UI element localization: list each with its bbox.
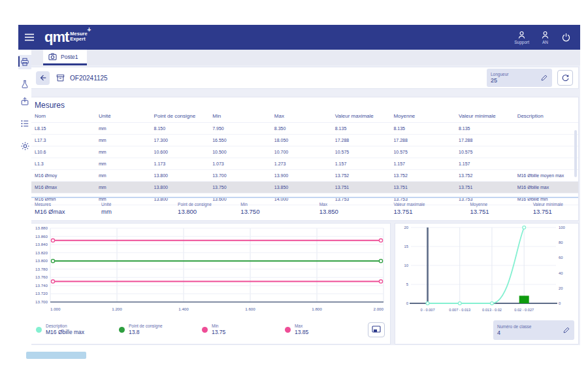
table-cell: 10.575 — [392, 146, 457, 158]
detail-field-label: Min — [240, 202, 316, 207]
svg-text:20: 20 — [559, 286, 563, 290]
legend-item: Min13.75 — [202, 324, 285, 335]
header-actions: Support AN — [514, 31, 571, 44]
display-icon — [372, 326, 381, 333]
detail-field-label: Mesures — [35, 202, 99, 207]
table-scrollbar[interactable] — [574, 130, 577, 177]
table-row[interactable]: L1.3mm1.1731.0731.2731.1571.1571.157 — [31, 158, 578, 170]
svg-text:13.720: 13.720 — [35, 291, 48, 295]
table-cell: 13.900 — [273, 170, 334, 181]
classe-field[interactable]: Numéro de classe 4 — [493, 320, 574, 340]
histogram-bar — [519, 295, 529, 303]
detail-field-value: mm — [101, 208, 175, 215]
table-row[interactable]: M16 Ømaxmm13.80013.75013.85013.75113.751… — [31, 182, 578, 193]
svg-text:13.780: 13.780 — [35, 267, 48, 271]
column-header: Valeur minimale — [457, 111, 516, 122]
longueur-value: 25 — [491, 77, 508, 84]
table-cell: M16 Øbille moyen max — [516, 170, 576, 181]
table-cell: 8.135 — [392, 123, 457, 134]
legend-label: Min — [212, 324, 225, 328]
sidebar-item-flask[interactable] — [18, 77, 31, 92]
table-cell: 13.751 — [457, 182, 516, 193]
support-button[interactable]: Support — [514, 31, 529, 44]
chart-legend: DescriptionM16 Øbille maxPoint de consig… — [36, 319, 385, 340]
sidebar-item-settings[interactable] — [18, 139, 31, 153]
user-initials: AN — [542, 40, 548, 44]
detail-field: MesuresM16 Ømax — [33, 201, 100, 216]
table-cell: M16 Ømoy — [33, 170, 97, 181]
table-row[interactable]: M16 Ømoymm13.80013.70013.90013.75213.752… — [31, 170, 578, 182]
tab-label: Poste1 — [61, 54, 78, 60]
table-cell: 1.157 — [392, 158, 457, 169]
toolbar-right: Longueur 25 — [487, 69, 573, 87]
export-icon — [20, 97, 29, 106]
back-arrow-icon — [39, 74, 47, 82]
printer-icon — [20, 58, 29, 67]
table-cell: mm — [97, 146, 153, 158]
user-person-icon — [541, 31, 549, 39]
power-button[interactable] — [561, 33, 571, 42]
table-cell: 13.700 — [211, 170, 273, 181]
control-chart-panel: 1.0001.2001.4001.6001.8002.00013.88013.8… — [30, 223, 391, 345]
table-row[interactable]: L10.6mm10.60010.50010.70010.57510.57510.… — [31, 146, 578, 158]
table-cell: 8.135 — [334, 123, 393, 134]
detail-field: Unitémm — [100, 201, 176, 216]
svg-text:0: 0 — [406, 301, 408, 305]
legend-label: Point de consigne — [129, 324, 163, 328]
hamburger-menu-icon[interactable] — [18, 33, 41, 42]
sidebar-item-list[interactable] — [18, 116, 31, 131]
measures-panel: Mesures NomUnitéPoint de consigneMinMaxV… — [30, 97, 579, 221]
legend-text: Max13.85 — [295, 324, 308, 335]
table-cell: 16.550 — [211, 135, 273, 146]
table-header: NomUnitéPoint de consigneMinMaxValeur ma… — [31, 111, 578, 123]
table-row[interactable]: L8.15mm8.1507.9508.3508.1358.1358.135 — [31, 123, 578, 135]
detail-field-value: 13.751 — [470, 208, 530, 215]
display-button[interactable] — [368, 322, 385, 337]
svg-text:20: 20 — [404, 226, 408, 229]
detail-field-value: 13.800 — [178, 208, 238, 215]
legend-value: 13.75 — [212, 329, 225, 335]
table-cell: 7.950 — [211, 123, 273, 134]
back-button[interactable] — [36, 71, 50, 85]
svg-text:1.800: 1.800 — [312, 307, 322, 311]
longueur-field[interactable]: Longueur 25 — [487, 69, 552, 87]
camera-icon — [48, 53, 57, 61]
settings-gear-icon — [20, 141, 30, 151]
table-row[interactable]: L17.3mm17.30016.55018.05017.28817.28817.… — [31, 135, 578, 146]
detail-field: Valeur minimale13.751 — [532, 201, 576, 216]
refresh-button[interactable] — [557, 70, 573, 86]
user-button[interactable]: AN — [541, 31, 549, 44]
archive-box-icon — [56, 74, 65, 82]
svg-text:15: 15 — [404, 244, 408, 248]
legend-value: M16 Øbille max — [46, 329, 84, 335]
legend-item: DescriptionM16 Øbille max — [36, 324, 119, 335]
table-cell — [516, 158, 576, 169]
table-cell: L1.3 — [33, 158, 97, 169]
sidebar — [18, 50, 31, 345]
table-cell: M16 Ømax — [33, 182, 97, 193]
detail-field: Max13.850 — [318, 201, 393, 216]
table-cell: 13.850 — [273, 182, 334, 193]
power-icon — [561, 33, 571, 42]
table-cell: 1.173 — [153, 158, 212, 169]
svg-text:13.820: 13.820 — [35, 250, 48, 255]
detail-field-label: Max — [319, 202, 391, 207]
horizontal-scrollbar-thumb[interactable] — [26, 352, 86, 359]
logo-text: qmt — [44, 29, 69, 46]
detail-field-value: 13.751 — [393, 208, 467, 215]
table-cell: 17.288 — [392, 135, 457, 146]
svg-text:13.740: 13.740 — [35, 283, 48, 288]
order-ref-text: OF20241125 — [70, 75, 108, 82]
table-cell: 13.750 — [211, 182, 273, 193]
svg-text:0.007 - 0.013: 0.007 - 0.013 — [449, 308, 470, 312]
legend-value: 13.8 — [129, 329, 163, 335]
tab-poste1[interactable]: Poste1 — [43, 50, 87, 65]
sidebar-item-export[interactable] — [18, 94, 31, 109]
tab-bar: Poste1 — [31, 50, 580, 65]
table-cell: 13.752 — [457, 170, 516, 181]
refresh-icon — [561, 74, 570, 82]
table-cell: 1.273 — [273, 158, 334, 169]
sidebar-item-print[interactable] — [18, 55, 31, 69]
table-cell: mm — [97, 170, 153, 181]
detail-field: Point de consigne13.800 — [176, 201, 239, 216]
